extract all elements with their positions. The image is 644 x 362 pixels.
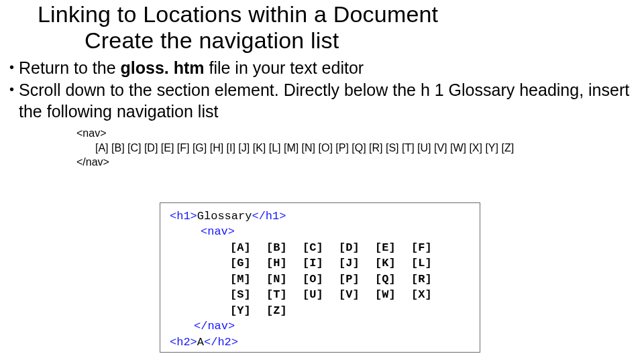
figure-line-nav-close: </nav> [170, 318, 473, 334]
slide: Linking to Locations within a Document C… [0, 1, 644, 362]
code-nav-open: <nav> [76, 126, 644, 141]
letter-cell: [O] [303, 272, 339, 287]
letter-cell: [C] [303, 240, 339, 255]
inline-code-sample: <nav> [A] [B] [C] [D] [E] [F] [G] [H] [I… [76, 126, 644, 170]
b1-pre: Return to the [19, 58, 120, 77]
letter-cell: [T] [266, 287, 303, 302]
letter-cell: [E] [375, 240, 411, 255]
bullet-dot-icon: • [9, 58, 19, 76]
letter-cell: [U] [303, 287, 339, 302]
letter-cell: [M] [230, 272, 266, 287]
letter-cell: [H] [266, 255, 303, 271]
h1-open-tag: <h1> [170, 210, 197, 223]
letter-cell: [K] [375, 255, 411, 271]
b1-bold: gloss. htm [120, 58, 204, 77]
letter-cell: [X] [411, 287, 447, 302]
letter-cell: [G] [230, 255, 266, 271]
letter-cell: [A] [230, 240, 266, 255]
figure-line-h2: <h2>A</h2> [170, 335, 473, 350]
h1-close-tag: </h1> [252, 210, 286, 223]
code-letters-line: [A] [B] [C] [D] [E] [F] [G] [H] [I] [J] … [76, 141, 644, 156]
letter-cell: [L] [411, 255, 447, 271]
figure-line-h1: <h1>Glossary</h1> [170, 208, 473, 224]
page-title: Linking to Locations within a Document [38, 1, 644, 27]
letter-cell: [B] [266, 240, 303, 255]
page-subtitle: Create the navigation list [85, 27, 644, 54]
letter-cell: [F] [411, 240, 447, 255]
letter-cell: [Z] [266, 303, 303, 318]
letter-cell: [D] [339, 240, 375, 255]
letter-cell: [N] [266, 272, 303, 287]
letter-cell: [V] [339, 287, 375, 302]
h1-text: Glossary [197, 210, 252, 223]
nav-open-tag: <nav> [201, 225, 235, 238]
letter-cell: [J] [339, 255, 375, 271]
letter-cell: [Y] [230, 303, 266, 318]
bullet-item-2: • Scroll down to the section element. Di… [9, 80, 644, 122]
letter-cell: [S] [230, 287, 266, 302]
code-nav-close: </nav> [76, 155, 644, 170]
bullet-dot-icon: • [9, 80, 19, 99]
letter-cell: [W] [375, 287, 411, 302]
h2-close-tag: </h2> [204, 336, 238, 349]
bullet-list: • Return to the gloss. htm file in your … [9, 58, 644, 122]
h2-text: A [197, 336, 204, 349]
letter-cell: [P] [339, 272, 375, 287]
letter-cell: [R] [411, 272, 447, 287]
figure-letter-grid: [A][B][C][D][E][F][G][H][I][J][K][L][M][… [230, 240, 473, 318]
bullet-text-2: Scroll down to the section element. Dire… [19, 80, 644, 122]
letter-cell: [I] [303, 255, 339, 271]
bullet-item-1: • Return to the gloss. htm file in your … [9, 58, 644, 78]
letter-cell: [Q] [375, 272, 411, 287]
code-figure: <h1>Glossary</h1> <nav> [A][B][C][D][E][… [160, 202, 480, 353]
figure-line-nav-open: <nav> [170, 224, 473, 239]
b1-post: file in your text editor [205, 58, 364, 77]
bullet-text-1: Return to the gloss. htm file in your te… [19, 58, 644, 78]
nav-close-tag: </nav> [194, 320, 235, 333]
h2-open-tag: <h2> [170, 336, 197, 349]
